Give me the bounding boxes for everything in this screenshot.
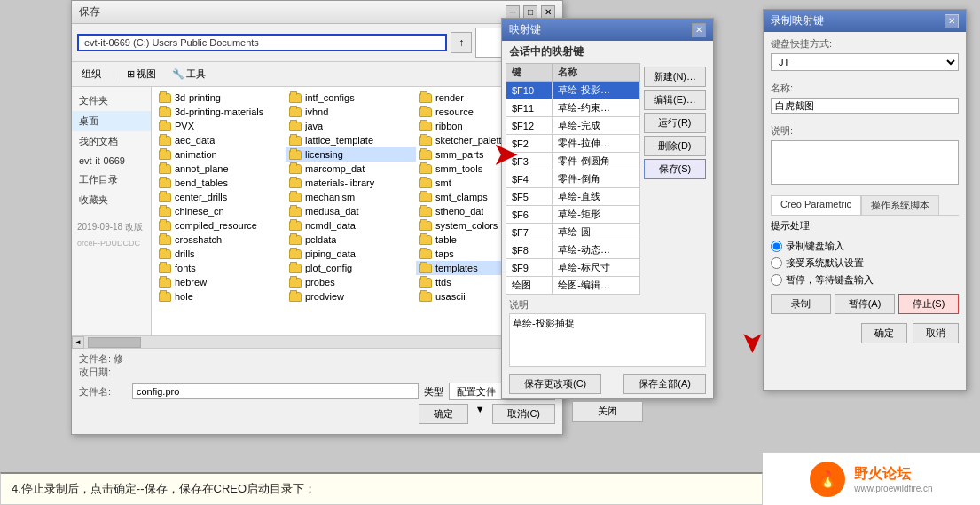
file-item[interactable]: prodview bbox=[286, 289, 416, 304]
name-input[interactable] bbox=[771, 98, 959, 114]
stop-btn[interactable]: 停止(S) bbox=[898, 294, 959, 314]
radio-keyboard-input[interactable] bbox=[771, 241, 782, 252]
mapping-section-header: 会话中的映射键 bbox=[502, 41, 713, 63]
delete-mapping-btn[interactable]: 删除(D) bbox=[644, 136, 706, 156]
mapping-row[interactable]: $F4零件-倒角 bbox=[506, 170, 640, 188]
file-label: animation bbox=[175, 149, 217, 160]
file-item[interactable]: center_drills bbox=[155, 190, 286, 204]
hscrollbar[interactable]: ◄ ► bbox=[72, 335, 562, 348]
file-item[interactable]: compiled_resource bbox=[155, 218, 286, 233]
file-item[interactable]: ivhnd bbox=[286, 105, 416, 119]
folder-icon bbox=[159, 107, 171, 117]
radio-default-input[interactable] bbox=[771, 257, 782, 269]
record-cancel-btn[interactable]: 取消 bbox=[913, 323, 959, 343]
file-item[interactable]: 3d-printing bbox=[155, 91, 286, 105]
path-text: evt-it-0669 (C:) Users Public Documents bbox=[84, 37, 259, 48]
shortcut-select[interactable]: JT bbox=[771, 53, 959, 71]
save-changes-btn[interactable]: 保存更改项(C) bbox=[509, 374, 601, 394]
file-item[interactable]: materials-library bbox=[286, 176, 416, 190]
left-panel-workdir[interactable]: 工作目录 bbox=[72, 170, 151, 190]
scroll-left-btn[interactable]: ◄ bbox=[72, 336, 84, 349]
edit-mapping-btn[interactable]: 编辑(E)… bbox=[644, 90, 706, 110]
file-item[interactable]: licensing bbox=[286, 147, 416, 162]
file-item[interactable]: java bbox=[286, 119, 416, 133]
confirm-dropdown-arrow[interactable]: ▼ bbox=[475, 404, 485, 424]
mapping-row[interactable]: $F3零件-倒圆角 bbox=[506, 153, 640, 170]
tools-btn[interactable]: 🔧 工具 bbox=[168, 65, 210, 83]
hscroll-thumb[interactable] bbox=[88, 337, 141, 348]
mapping-row[interactable]: $F5草绘-直线 bbox=[506, 188, 640, 206]
radio-pause[interactable]: 暂停，等待键盘输入 bbox=[771, 273, 959, 287]
file-item[interactable]: mechanism bbox=[286, 190, 416, 204]
organize-btn[interactable]: 组织 bbox=[77, 65, 106, 83]
file-item[interactable]: ncmdl_data bbox=[286, 218, 416, 233]
left-panel-desktop[interactable]: 桌面 bbox=[72, 111, 151, 131]
mapping-row[interactable]: $F10草绘-投影… bbox=[506, 82, 640, 99]
file-item[interactable]: bend_tables bbox=[155, 176, 286, 190]
left-panel-evtit[interactable]: evt-it-0669 bbox=[72, 152, 151, 170]
file-item[interactable]: probes bbox=[286, 275, 416, 289]
filename-input[interactable] bbox=[132, 383, 419, 399]
file-item[interactable]: drills bbox=[155, 247, 286, 261]
pause-btn[interactable]: 暂停(A) bbox=[835, 294, 895, 314]
mapping-row[interactable]: $F6草绘-矩形 bbox=[506, 206, 640, 224]
file-item[interactable]: annot_plane bbox=[155, 162, 286, 176]
run-mapping-btn[interactable]: 运行(R) bbox=[644, 113, 706, 133]
file-item[interactable]: intf_configs bbox=[286, 91, 416, 105]
file-item[interactable]: aec_data bbox=[155, 133, 286, 147]
file-item[interactable]: PVX bbox=[155, 119, 286, 133]
path-breadcrumb[interactable]: evt-it-0669 (C:) Users Public Documents bbox=[77, 34, 447, 51]
path-up-btn[interactable]: ↑ bbox=[451, 32, 472, 53]
record-desc-input[interactable] bbox=[771, 140, 959, 185]
record-btn[interactable]: 录制 bbox=[771, 294, 831, 314]
tab-creo[interactable]: Creo Parametric bbox=[771, 195, 861, 215]
folder-icon bbox=[159, 207, 171, 217]
file-item[interactable]: medusa_dat bbox=[286, 204, 416, 218]
mapping-close-btn[interactable]: ✕ bbox=[692, 23, 706, 37]
mapping-name-cell: 草绘-动态… bbox=[553, 241, 639, 259]
file-item[interactable]: lattice_template bbox=[286, 133, 416, 147]
save-all-btn[interactable]: 保存全部(A) bbox=[623, 374, 706, 394]
folder-icon bbox=[159, 249, 171, 259]
file-item[interactable]: marcomp_dat bbox=[286, 162, 416, 176]
file-item[interactable]: 3d-printing-materials bbox=[155, 105, 286, 119]
file-item[interactable]: fonts bbox=[155, 261, 286, 275]
radio-keyboard[interactable]: 录制键盘输入 bbox=[771, 240, 959, 253]
radio-default[interactable]: 接受系统默认设置 bbox=[771, 256, 959, 270]
new-mapping-btn[interactable]: 新建(N)… bbox=[644, 67, 706, 87]
file-item[interactable]: piping_data bbox=[286, 247, 416, 261]
name-label: 名称: bbox=[771, 82, 959, 95]
file-item[interactable]: pcldata bbox=[286, 233, 416, 247]
mapping-row[interactable]: $F9草绘-标尺寸 bbox=[506, 259, 640, 277]
file-item[interactable]: chinese_cn bbox=[155, 204, 286, 218]
left-panel-docs[interactable]: 我的文档 bbox=[72, 131, 151, 152]
mapping-row[interactable]: $F2零件-拉伸… bbox=[506, 135, 640, 153]
file-item[interactable]: hole bbox=[155, 289, 286, 304]
folder-icon bbox=[419, 164, 432, 174]
record-close-btn[interactable]: ✕ bbox=[945, 14, 959, 28]
close-mapping-btn[interactable]: 关闭 bbox=[572, 401, 643, 422]
file-item[interactable]: crosshatch bbox=[155, 233, 286, 247]
filename-label: 文件名: bbox=[79, 385, 132, 398]
mapping-row[interactable]: 绘图绘图-编辑… bbox=[506, 277, 640, 295]
file-area: 文件夹 桌面 我的文档 evt-it-0669 工作目录 收藏夹 2019-09… bbox=[72, 87, 562, 335]
file-label: hebrew bbox=[175, 277, 207, 288]
mapping-name-cell: 草绘-约束… bbox=[553, 99, 639, 117]
tab-script[interactable]: 操作系统脚本 bbox=[861, 195, 939, 215]
left-panel-folder[interactable]: 文件夹 bbox=[72, 91, 151, 111]
confirm-btn[interactable]: 确定 bbox=[419, 404, 468, 424]
mapping-row[interactable]: $F8草绘-动态… bbox=[506, 241, 640, 259]
record-confirm-btn[interactable]: 确定 bbox=[861, 323, 907, 343]
save-mapping-btn[interactable]: 保存(S) bbox=[644, 159, 706, 179]
file-item[interactable]: hebrew bbox=[155, 275, 286, 289]
file-item[interactable]: animation bbox=[155, 147, 286, 162]
mapping-row[interactable]: $F7草绘-圆 bbox=[506, 224, 640, 241]
view-btn[interactable]: ⊞ 视图 bbox=[122, 65, 161, 83]
left-panel-favorites[interactable]: 收藏夹 bbox=[72, 190, 151, 210]
mapping-row[interactable]: $F11草绘-约束… bbox=[506, 99, 640, 117]
mapping-row[interactable]: $F12草绘-完成 bbox=[506, 117, 640, 135]
file-item[interactable]: plot_config bbox=[286, 261, 416, 275]
radio-pause-input[interactable] bbox=[771, 274, 782, 286]
record-footer: 确定 取消 bbox=[764, 318, 966, 349]
mapping-key-cell: $F11 bbox=[506, 99, 553, 117]
